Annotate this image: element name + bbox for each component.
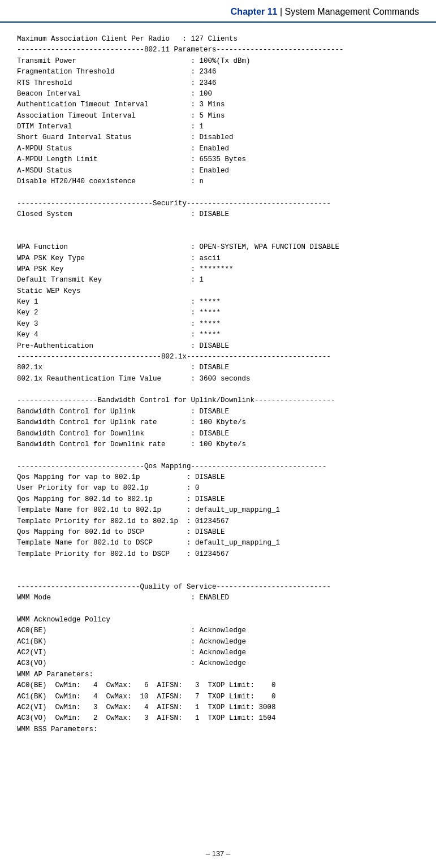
content-text: Maximum Association Client Per Radio : 1… [17,34,419,735]
page-number: – 137 – [206,849,230,858]
header-text: Chapter 11 | System Management Commands [231,7,419,16]
header-pipe: | [278,7,285,16]
header-title: System Management Commands [285,7,419,16]
page-footer: – 137 – [0,849,436,858]
main-content: Maximum Association Client Per Radio : 1… [0,28,436,758]
chapter-label: Chapter 11 [231,7,278,16]
page-header: Chapter 11 | System Management Commands [0,0,436,23]
